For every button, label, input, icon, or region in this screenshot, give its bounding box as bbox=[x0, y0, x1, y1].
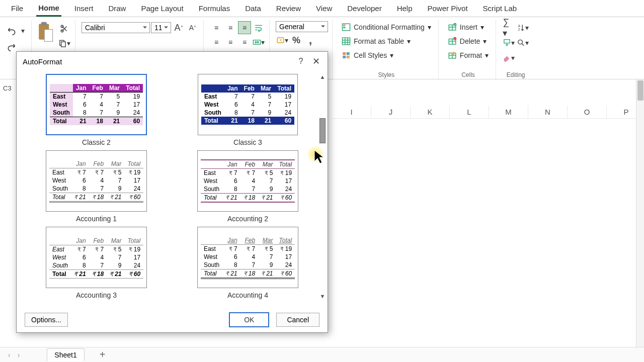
col-header-l[interactable]: L bbox=[450, 106, 489, 119]
name-box[interactable]: C3 bbox=[3, 84, 12, 92]
font-name-select[interactable]: Calibri bbox=[82, 22, 150, 33]
scroll-track[interactable] bbox=[319, 80, 326, 293]
col-header-i[interactable]: I bbox=[332, 106, 371, 119]
tab-home[interactable]: Home bbox=[36, 1, 61, 17]
tab-formulas[interactable]: Formulas bbox=[197, 1, 232, 16]
column-headers: I J K L M N O P bbox=[332, 106, 644, 119]
percent-style-button[interactable]: % bbox=[290, 34, 303, 47]
number-format-select[interactable]: General bbox=[276, 21, 328, 32]
editing-group: ∑ ▾ AZ▾ ▾ ▾ ▾ Editing bbox=[498, 20, 533, 80]
vertical-scrollbar[interactable] bbox=[636, 79, 644, 352]
preview-scrollbar[interactable]: ▲ ▼ bbox=[318, 74, 327, 299]
dialog-help-button[interactable]: ? bbox=[295, 57, 306, 66]
autoformat-dialog: AutoFormat ? ✕ JanFebMarTotalEast77519We… bbox=[16, 51, 328, 333]
paste-button[interactable] bbox=[36, 21, 55, 43]
svg-text:Z: Z bbox=[518, 28, 520, 31]
tab-developer[interactable]: Developer bbox=[345, 1, 383, 16]
grow-font-button[interactable]: A˄ bbox=[172, 21, 185, 34]
preview-acct3[interactable]: JanFebMarTotalEast77519West64717South879… bbox=[46, 227, 147, 288]
align-middle-button[interactable]: ≡ bbox=[224, 21, 237, 34]
redo-icon bbox=[7, 42, 17, 52]
format-cells-button[interactable]: Format ▾ bbox=[445, 49, 492, 61]
undo-button[interactable] bbox=[5, 24, 18, 37]
undo-more-button[interactable]: ▾ bbox=[19, 24, 26, 37]
scroll-thumb[interactable] bbox=[319, 118, 326, 143]
align-right-button[interactable]: ≡ bbox=[238, 36, 251, 49]
font-size-select[interactable]: 11 bbox=[151, 22, 171, 33]
add-sheet-button[interactable]: + bbox=[100, 349, 106, 360]
editing-group-label: Editing bbox=[507, 71, 525, 80]
vertical-scrollbar-thumb[interactable] bbox=[637, 80, 643, 101]
cut-button[interactable] bbox=[58, 22, 71, 35]
col-header-k[interactable]: K bbox=[411, 106, 450, 119]
clear-button[interactable]: ▾ bbox=[502, 51, 515, 64]
find-select-button[interactable]: ▾ bbox=[516, 36, 529, 49]
insert-cells-icon: + bbox=[448, 23, 457, 32]
svg-rect-6 bbox=[61, 42, 66, 47]
tab-review[interactable]: Review bbox=[274, 1, 303, 16]
tab-data[interactable]: Data bbox=[243, 1, 263, 16]
autosum-button[interactable]: ∑ ▾ bbox=[502, 21, 515, 34]
col-header-j[interactable]: J bbox=[371, 106, 411, 119]
tab-script-lab[interactable]: Script Lab bbox=[481, 1, 519, 16]
preview-label-acct2: Accounting 2 bbox=[227, 215, 268, 223]
scroll-up-arrow[interactable]: ▲ bbox=[320, 74, 326, 80]
format-as-table-button[interactable]: Format as Table ▾ bbox=[339, 35, 414, 47]
preview-label-acct4: Accounting 4 bbox=[227, 291, 268, 299]
copy-button[interactable]: ▾ bbox=[58, 37, 71, 50]
sheet-nav-prev[interactable]: ‹ bbox=[8, 351, 11, 359]
format-cells-label: Format bbox=[460, 51, 482, 59]
tab-page-layout[interactable]: Page Layout bbox=[139, 1, 185, 16]
dialog-footer: Options... OK Cancel bbox=[17, 312, 328, 327]
tab-draw[interactable]: Draw bbox=[106, 1, 128, 16]
svg-rect-1 bbox=[41, 22, 47, 26]
ok-button[interactable]: OK bbox=[229, 312, 269, 327]
accounting-format-button[interactable]: ₹▾ bbox=[276, 34, 289, 47]
comma-style-button[interactable]: , bbox=[304, 34, 317, 47]
cancel-button[interactable]: Cancel bbox=[276, 313, 319, 327]
ribbon-tabs: File Home Insert Draw Page Layout Formul… bbox=[0, 0, 644, 17]
merge-icon bbox=[253, 38, 261, 47]
merge-center-button[interactable]: ▾ bbox=[252, 36, 265, 49]
tab-power-pivot[interactable]: Power Pivot bbox=[426, 1, 470, 16]
preview-label-classic2: Classic 2 bbox=[82, 138, 111, 146]
wrap-text-button[interactable] bbox=[252, 21, 265, 34]
svg-rect-12 bbox=[343, 27, 346, 28]
col-header-m[interactable]: M bbox=[489, 106, 528, 119]
insert-cells-label: Insert bbox=[460, 23, 477, 31]
currency-icon: ₹ bbox=[276, 36, 285, 45]
sheet-tab-sheet1[interactable]: Sheet1 bbox=[47, 348, 84, 361]
fill-button[interactable]: ▾ bbox=[502, 36, 515, 49]
scroll-down-arrow[interactable]: ▼ bbox=[320, 293, 326, 299]
preview-acct4[interactable]: JanFebMarTotalEast77519West64717South879… bbox=[197, 227, 298, 288]
dialog-close-button[interactable]: ✕ bbox=[310, 56, 321, 67]
col-header-n[interactable]: N bbox=[528, 106, 568, 119]
quick-access: ▾ bbox=[5, 24, 26, 53]
tab-help[interactable]: Help bbox=[395, 1, 415, 16]
align-center-button[interactable]: ≡ bbox=[224, 36, 237, 49]
cell-styles-button[interactable]: Cell Styles ▾ bbox=[339, 49, 396, 61]
tab-insert[interactable]: Insert bbox=[72, 1, 96, 16]
svg-point-28 bbox=[518, 40, 523, 44]
preview-acct1[interactable]: JanFebMarTotalEast77519West64717South879… bbox=[46, 150, 147, 212]
sort-filter-button[interactable]: AZ▾ bbox=[516, 21, 529, 34]
col-header-o[interactable]: O bbox=[568, 106, 607, 119]
preview-classic3[interactable]: JanFebMarTotalEast77519West64717South879… bbox=[198, 74, 298, 135]
delete-cells-button[interactable]: − Delete ▾ bbox=[445, 35, 490, 47]
options-button[interactable]: Options... bbox=[25, 313, 68, 327]
tab-view[interactable]: View bbox=[314, 1, 334, 16]
conditional-formatting-button[interactable]: Conditional Formatting ▾ bbox=[339, 21, 434, 33]
delete-cells-label: Delete bbox=[460, 37, 480, 45]
align-bottom-button[interactable]: ≡ bbox=[238, 21, 251, 34]
sheet-nav-next[interactable]: › bbox=[18, 351, 20, 359]
svg-text:−: − bbox=[454, 37, 456, 40]
align-left-button[interactable]: ≡ bbox=[210, 36, 223, 49]
preview-classic2[interactable]: JanFebMarTotalEast77519West64717South879… bbox=[46, 74, 147, 135]
tab-file[interactable]: File bbox=[9, 1, 25, 16]
shrink-font-button[interactable]: A˅ bbox=[186, 21, 199, 34]
align-top-button[interactable]: ≡ bbox=[210, 21, 223, 34]
insert-cells-button[interactable]: + Insert ▾ bbox=[445, 21, 487, 33]
preview-acct2[interactable]: JanFebMarTotalEast77519West64717South879… bbox=[197, 150, 298, 212]
svg-rect-15 bbox=[347, 52, 350, 55]
eraser-icon bbox=[503, 53, 511, 62]
